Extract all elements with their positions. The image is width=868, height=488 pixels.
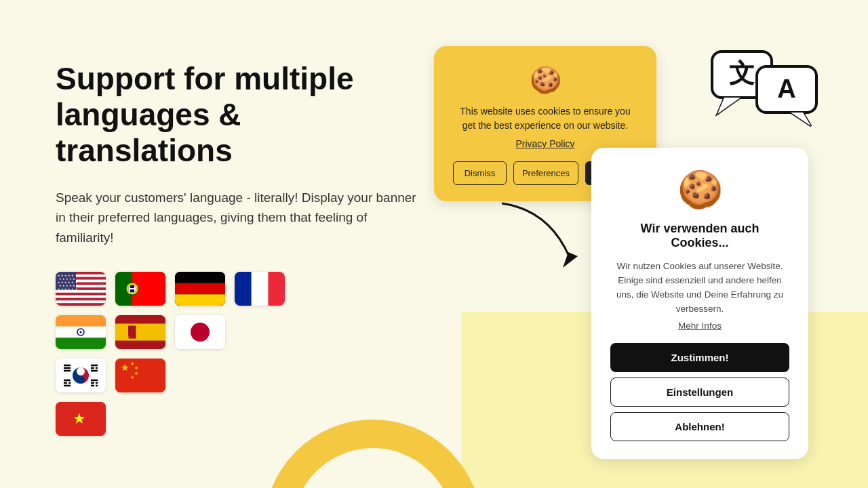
svg-text:★: ★ [134,365,138,370]
ablehnen-button[interactable]: Ablehnen! [610,412,789,441]
flag-kr [56,359,106,392]
svg-rect-17 [130,285,134,288]
cookie-text-german: Wir nutzen Cookies auf unserer Website. … [610,260,789,317]
svg-rect-5 [56,296,106,298]
flag-in [56,315,106,349]
curved-arrow [495,197,583,278]
flag-cn: ★ ★ ★ ★ ★ [115,359,165,392]
svg-point-35 [191,323,210,342]
svg-rect-18 [130,289,134,292]
svg-rect-6 [56,300,106,303]
main-title: Support for multiple languages & transla… [56,61,422,169]
preferences-button[interactable]: Preferences [513,161,578,185]
svg-rect-21 [175,294,225,306]
svg-rect-23 [235,272,252,306]
cookie-icon-yellow: 🍪 [453,65,637,95]
einstellungen-button[interactable]: Einstellungen [610,378,789,407]
flag-pt [115,272,165,306]
zustimmen-button[interactable]: Zustimmen! [610,343,789,372]
flag-vn: ★ [56,402,106,436]
svg-rect-27 [56,338,106,349]
dismiss-button[interactable]: Dismiss [453,161,507,185]
translate-icon: 文 A [711,46,819,127]
svg-text:★: ★ [73,410,86,427]
svg-text:★: ★ [130,375,134,380]
cookie-title-german: Wir verwenden auch Cookies... [610,222,789,250]
svg-rect-31 [115,323,165,340]
flag-es [115,315,165,349]
svg-point-29 [80,331,82,333]
flag-us: ★ ★ ★ ★ ★ ★ ★ ★ ★ ★ ★ ★ ★ ★ ★ ★ ★ ★ ★ ★ … [56,272,106,306]
svg-text:文: 文 [729,59,755,87]
flag-de [175,272,225,306]
svg-marker-70 [563,252,578,268]
subtitle: Speak your customers' language - literal… [56,188,422,247]
cookie-banner-german: 🍪 Wir verwenden auch Cookies... Wir nutz… [591,148,808,459]
cookie-icon-german: 🍪 [610,168,789,211]
svg-rect-33 [128,326,130,336]
svg-rect-20 [175,283,225,295]
svg-text:★: ★ [121,362,130,373]
svg-text:★ ★ ★ ★ ★ ★: ★ ★ ★ ★ ★ ★ [58,287,78,291]
mehr-infos-link[interactable]: Mehr Infos [610,321,789,331]
flag-jp [175,315,225,349]
svg-text:A: A [777,75,795,103]
cookie-text-yellow: This website uses cookies to ensure you … [453,104,637,133]
yellow-arc [258,298,488,488]
svg-text:★: ★ [134,371,138,375]
